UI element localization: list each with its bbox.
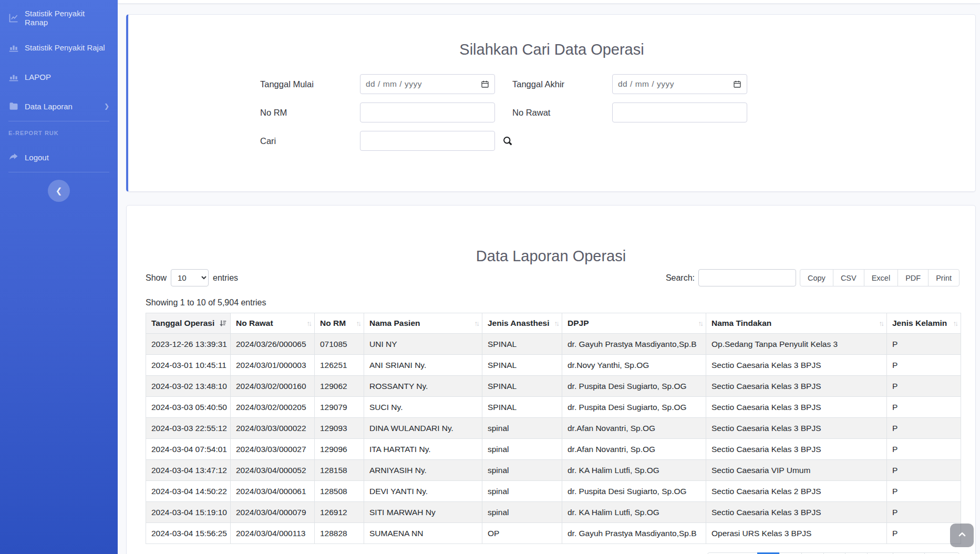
search-submit-button[interactable] xyxy=(502,135,515,147)
column-header-no-rawat[interactable]: No Rawat↑↓ xyxy=(231,313,315,334)
table-cell: dr. KA Halim Lutfi, Sp.OG xyxy=(562,502,706,523)
table-cell: Sectio Caesaria Kelas 2 BPJS xyxy=(706,481,887,502)
topbar xyxy=(118,0,980,4)
sidebar-nav: Statistik Penyakit Ranap Statistik Penya… xyxy=(0,0,118,202)
table-cell: dr.Afan Novantri, Sp.OG xyxy=(562,439,706,460)
table-cell: 2024-03-03 22:55:12 xyxy=(146,418,231,439)
column-label: Jenis Kelamin xyxy=(892,319,947,327)
table-cell: Sectio Caesaria VIP Umum xyxy=(706,460,887,481)
column-header-tanggal-operasi[interactable]: Tanggal Operasi xyxy=(146,313,231,334)
sidebar-toggle-button[interactable]: ❮ xyxy=(48,180,70,202)
sort-both-icon: ↑↓ xyxy=(356,320,360,327)
sidebar-item-lapop[interactable]: LAPOP xyxy=(0,62,118,91)
table-cell: Sectio Caesaria Kelas 3 BPJS xyxy=(706,376,887,397)
chevron-left-icon: ❮ xyxy=(56,186,63,196)
no-rm-input[interactable] xyxy=(360,102,495,122)
table-row: 2024-03-01 10:45:112024/03/01/0000031262… xyxy=(146,355,961,376)
table-cell: SPINAL xyxy=(482,334,562,355)
scroll-to-top-button[interactable] xyxy=(950,524,974,547)
sort-both-icon: ↑↓ xyxy=(474,320,479,327)
column-label: No Rawat xyxy=(236,319,273,327)
table-cell: Op.Sedang Tanpa Penyulit Kelas 3 xyxy=(706,334,887,355)
sort-both-icon: ↑↓ xyxy=(879,320,883,327)
table-cell: SPINAL xyxy=(482,397,562,418)
date-placeholder: dd / mm / yyyy xyxy=(366,79,422,89)
no-rm-label: No RM xyxy=(260,108,360,118)
column-header-dpjp[interactable]: DPJP↑↓ xyxy=(562,313,706,334)
column-label: Nama Pasien xyxy=(369,319,420,327)
column-header-no-rm[interactable]: No RM↑↓ xyxy=(315,313,364,334)
export-print-button[interactable]: Print xyxy=(928,269,960,286)
table-cell: spinal xyxy=(482,502,562,523)
table-cell: 2024/03/04/000061 xyxy=(231,481,315,502)
table-row: 2024-03-04 13:47:122024/03/04/0000521281… xyxy=(146,460,961,481)
table-cell: UNI NY xyxy=(364,334,482,355)
sort-both-icon: ↑↓ xyxy=(698,320,703,327)
table-cell: 126251 xyxy=(315,355,364,376)
table-cell: P xyxy=(887,397,961,418)
table-cell: 2024-03-03 05:40:50 xyxy=(146,397,231,418)
table-cell: P xyxy=(887,355,961,376)
column-header-jenis-kelamin[interactable]: Jenis Kelamin↑↓ xyxy=(887,313,961,334)
table-cell: Sectio Caesaria Kelas 3 BPJS xyxy=(706,418,887,439)
sort-both-icon: ↑↓ xyxy=(953,320,957,327)
table-cell: 2024/03/04/000113 xyxy=(231,523,315,544)
sidebar-item-statistik-penyakit-rajal[interactable]: Statistik Penyakit Rajal xyxy=(0,33,118,62)
chart-bar-icon xyxy=(8,71,19,82)
table-cell: P xyxy=(887,418,961,439)
column-label: Nama Tindakan xyxy=(711,319,771,327)
no-rawat-input[interactable] xyxy=(612,102,747,122)
table-cell: 126912 xyxy=(315,502,364,523)
column-header-nama-pasien[interactable]: Nama Pasien↑↓ xyxy=(364,313,482,334)
sidebar-item-statistik-penyakit-ranap[interactable]: Statistik Penyakit Ranap xyxy=(0,3,118,33)
sort-ascending-icon xyxy=(219,320,226,327)
table-cell: spinal xyxy=(482,481,562,502)
table-cell: 2024-03-01 10:45:11 xyxy=(146,355,231,376)
export-copy-button[interactable]: Copy xyxy=(800,269,833,286)
table-cell: 128158 xyxy=(315,460,364,481)
sidebar-item-logout[interactable]: Logout xyxy=(0,142,118,172)
table-cell: spinal xyxy=(482,439,562,460)
table-row: 2023-12-26 13:39:312024/03/26/0000650710… xyxy=(146,334,961,355)
export-csv-button[interactable]: CSV xyxy=(833,269,864,286)
column-header-nama-tindakan[interactable]: Nama Tindakan↑↓ xyxy=(706,313,887,334)
table-cell: SPINAL xyxy=(482,355,562,376)
table-cell: P xyxy=(887,376,961,397)
table-row: 2024-03-03 05:40:502024/03/02/0002051290… xyxy=(146,397,961,418)
sidebar-item-label: Statistik Penyakit Ranap xyxy=(25,9,109,27)
table-cell: 2024/03/02/000205 xyxy=(231,397,315,418)
column-label: No RM xyxy=(320,319,346,327)
table-cell: dr. Puspita Desi Sugiarto, Sp.OG xyxy=(562,376,706,397)
table-cell: Sectio Caesaria Kelas 3 BPJS xyxy=(706,502,887,523)
table-cell: 129079 xyxy=(315,397,364,418)
column-header-jenis-anasthesi[interactable]: Jenis Anasthesi↑↓ xyxy=(482,313,562,334)
tanggal-mulai-label: Tanggal Mulai xyxy=(260,79,360,89)
table-cell: P xyxy=(887,334,961,355)
table-cell: SUMAENA NN xyxy=(364,523,482,544)
search-icon xyxy=(502,136,515,147)
table-cell: 2024/03/03/000027 xyxy=(231,439,315,460)
table-cell: 2024-03-04 15:56:25 xyxy=(146,523,231,544)
sort-both-icon: ↑↓ xyxy=(554,320,559,327)
table-cell: P xyxy=(887,439,961,460)
table-cell: spinal xyxy=(482,460,562,481)
export-excel-button[interactable]: Excel xyxy=(864,269,898,286)
page-length-select[interactable]: 10 xyxy=(171,269,209,286)
tanggal-akhir-date-input[interactable]: dd / mm / yyyy xyxy=(612,74,747,94)
table-search-input[interactable] xyxy=(698,269,796,286)
table-cell: 129093 xyxy=(315,418,364,439)
column-label: Tanggal Operasi xyxy=(151,319,214,327)
calendar-icon[interactable] xyxy=(481,80,489,88)
chevron-up-icon xyxy=(957,529,967,542)
table-cell: Sectio Caesaria Kelas 3 BPJS xyxy=(706,439,887,460)
export-pdf-button[interactable]: PDF xyxy=(898,269,929,286)
data-table: Tanggal OperasiNo Rawat↑↓No RM↑↓Nama Pas… xyxy=(146,313,961,544)
table-cell: 2024-03-02 13:48:10 xyxy=(146,376,231,397)
cari-input[interactable] xyxy=(360,131,495,151)
calendar-icon[interactable] xyxy=(733,80,741,88)
tanggal-mulai-date-input[interactable]: dd / mm / yyyy xyxy=(360,74,495,94)
chevron-right-icon: ❯ xyxy=(104,102,109,110)
sidebar-item-data-laporan[interactable]: Data Laporan ❯ xyxy=(0,91,118,121)
table-info: Showing 1 to 10 of 5,904 entries xyxy=(146,298,975,307)
table-cell: ANI SRIANI Ny. xyxy=(364,355,482,376)
